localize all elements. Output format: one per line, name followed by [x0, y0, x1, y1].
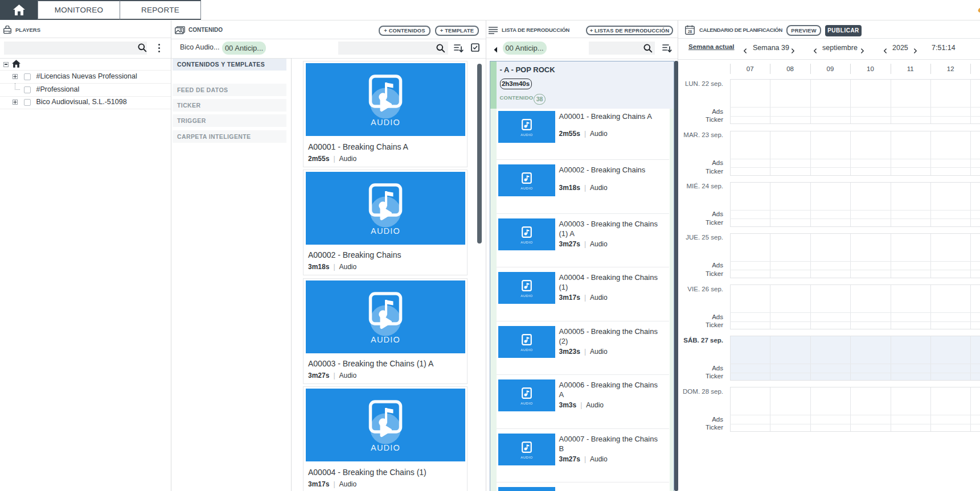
svg-text:AUDIO: AUDIO: [371, 118, 400, 127]
svg-text:AUDIO: AUDIO: [371, 443, 400, 452]
svg-text:AUDIO: AUDIO: [371, 226, 400, 235]
svg-text:AUDIO: AUDIO: [371, 335, 400, 344]
svg-text:28: 28: [688, 30, 692, 34]
